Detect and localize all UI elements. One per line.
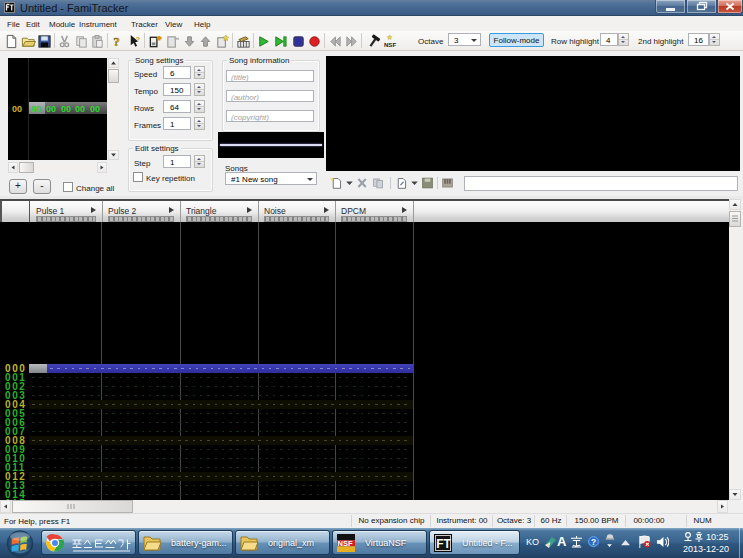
svg-text:NSF: NSF <box>384 41 396 48</box>
svg-text:FT: FT <box>436 537 451 551</box>
svg-text:NSF: NSF <box>338 539 353 548</box>
svg-text:?: ? <box>591 537 596 547</box>
svg-text:?: ? <box>135 35 140 44</box>
svg-text:?: ? <box>113 34 120 49</box>
